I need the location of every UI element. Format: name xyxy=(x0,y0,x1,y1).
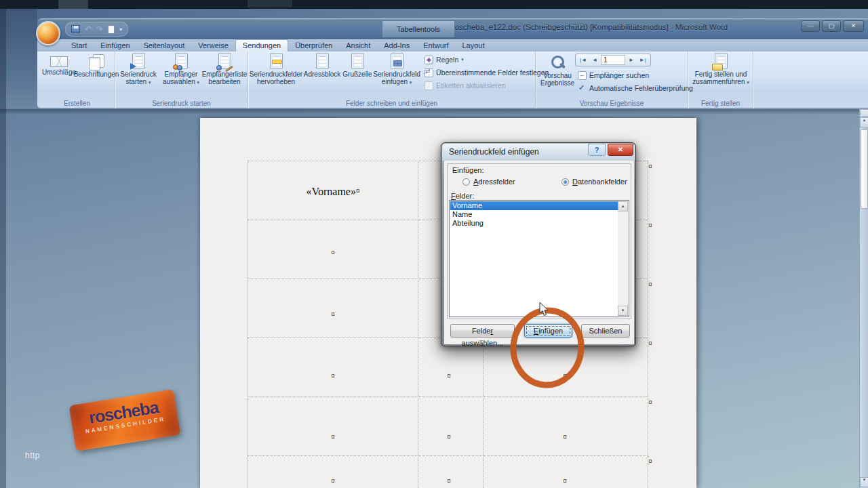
maximize-button[interactable]: ▢ xyxy=(822,20,841,32)
dialog-close-button[interactable]: ✕ xyxy=(608,144,633,156)
empfaengerliste-bearbeiten-button[interactable]: Empfängerliste bearbeiten xyxy=(203,53,245,95)
edit-recipient-list-icon xyxy=(218,53,231,69)
tab-seitenlayout[interactable]: Seitenlayout xyxy=(137,40,192,52)
dropdown-arrow-icon: ▾ xyxy=(461,57,464,62)
row-end-marker: ¤ xyxy=(648,340,652,347)
undo-icon[interactable]: ↶ xyxy=(85,25,92,33)
group-label: Vorschau Ergebnisse xyxy=(536,100,688,107)
table-border xyxy=(248,161,248,488)
dialog-title[interactable]: Seriendruckfeld einfügen xyxy=(442,144,635,161)
qat-dropdown-icon[interactable]: ▾ xyxy=(119,26,122,33)
group-felder-schreiben: Seriendruckfelder hervorheben Adressbloc… xyxy=(248,52,536,108)
fields-label: Felder: xyxy=(451,192,474,200)
group-fertig-stellen: Fertig stellen und zusammenführen ▾ Fert… xyxy=(688,52,753,108)
seriendruckfelder-hervorheben-button[interactable]: Seriendruckfelder hervorheben xyxy=(250,53,302,95)
dialog-help-button[interactable]: ? xyxy=(588,144,606,156)
list-scroll-up-icon[interactable]: ▲ xyxy=(618,201,628,211)
tab-einfuegen[interactable]: Einfügen xyxy=(94,40,136,52)
cell-marker: ¤ xyxy=(331,249,335,256)
redo-icon[interactable]: ↷ xyxy=(96,25,103,33)
cell-marker: ¤ xyxy=(447,477,451,485)
ruler-toggle-button[interactable] xyxy=(860,109,868,117)
group-vorschau-ergebnisse: Vorschau Ergebnisse |◄ ◄ 1 ► ►| Empfänge… xyxy=(536,52,688,108)
scroll-down-icon[interactable]: ▼ xyxy=(860,477,868,487)
scrollbar-thumb[interactable] xyxy=(861,129,868,209)
roscheba-logo: roscheba NAMENSSCHILDER xyxy=(69,389,181,451)
video-http-overlay: http xyxy=(25,451,40,460)
insert-section-label: Einfügen: xyxy=(452,166,484,174)
tab-verweise[interactable]: Verweise xyxy=(191,40,235,52)
tab-addins[interactable]: Add-Ins xyxy=(377,40,416,52)
row-end-marker: ¤ xyxy=(648,458,652,465)
finish-merge-icon xyxy=(715,53,728,69)
auto-check-errors-icon xyxy=(578,84,587,93)
datenbankfelder-radio[interactable] xyxy=(561,178,569,186)
tab-layout[interactable]: Layout xyxy=(455,40,491,52)
table-border xyxy=(648,161,648,488)
rules-icon xyxy=(425,56,433,64)
umschlaege-button[interactable]: Umschläge xyxy=(41,53,77,95)
beschriftungen-button[interactable]: Beschriftungen xyxy=(78,53,115,95)
tab-start[interactable]: Start xyxy=(64,40,94,52)
list-item-vorname[interactable]: Vorname xyxy=(450,201,619,210)
row-end-marker: ¤ xyxy=(648,399,652,406)
merge-field-text[interactable]: «Vorname»¤ xyxy=(306,186,359,198)
cell-marker: ¤ xyxy=(331,310,335,318)
address-block-icon xyxy=(316,53,329,69)
group-erstellen: Umschläge Beschriftungen Erstellen xyxy=(39,52,115,108)
seriendruckfeld-einfuegen-button[interactable]: Seriendruckfeld einfügen ▾ xyxy=(374,53,419,95)
select-fields-button[interactable]: Felder auswählen... xyxy=(450,324,515,338)
close-button[interactable]: ✕ xyxy=(843,20,864,32)
ribbon-shadow xyxy=(0,109,868,115)
empfaenger-auswaehlen-button[interactable]: Empfänger auswählen ▾ xyxy=(160,53,202,95)
quick-access-toolbar: ↶ ↷ ▾ xyxy=(65,22,128,37)
save-icon[interactable] xyxy=(71,25,80,33)
tab-ansicht[interactable]: Ansicht xyxy=(339,40,377,52)
adressfelder-radio-label[interactable]: Adressfelder xyxy=(473,178,515,186)
list-item-name[interactable]: Name xyxy=(450,210,619,219)
cell-marker: ¤ xyxy=(563,477,567,485)
tab-sendungen[interactable]: Sendungen xyxy=(235,39,288,52)
adressblock-button[interactable]: Adressblock xyxy=(304,53,340,95)
fertig-stellen-button[interactable]: Fertig stellen und zusammenführen ▾ xyxy=(690,53,752,95)
tab-ueberpruefen[interactable]: Überprüfen xyxy=(288,40,339,52)
empfaenger-suchen-button[interactable]: Empfänger suchen xyxy=(578,70,649,81)
vertical-scrollbar[interactable]: ▲ ▼ xyxy=(859,109,868,488)
select-recipients-icon xyxy=(175,53,188,69)
minimize-button[interactable]: — xyxy=(801,20,820,32)
list-item-abteilung[interactable]: Abteilung xyxy=(450,219,619,228)
previous-record-button[interactable]: ◄ xyxy=(590,55,599,65)
dropdown-arrow-icon: ▾ xyxy=(149,80,151,85)
list-scroll-down-icon[interactable]: ▼ xyxy=(618,306,628,316)
row-end-marker: ¤ xyxy=(648,281,652,288)
regeln-button[interactable]: Regeln ▾ xyxy=(425,54,464,65)
first-record-button[interactable]: |◄ xyxy=(578,55,589,65)
fields-list[interactable]: Vorname Name Abteilung ▲ ▼ xyxy=(449,200,629,317)
labels-icon xyxy=(89,54,104,69)
list-scrollbar[interactable]: ▲ ▼ xyxy=(618,201,628,316)
office-button[interactable] xyxy=(36,21,60,45)
last-record-button[interactable]: ►| xyxy=(637,55,648,65)
cell-marker: ¤ xyxy=(447,433,451,441)
window-title: roscheba_e122.doc (Schreibgeschützt) [Ko… xyxy=(420,23,760,31)
adressfelder-radio[interactable] xyxy=(462,178,470,186)
match-fields-icon xyxy=(425,68,433,77)
update-labels-icon xyxy=(425,81,433,90)
seriendruck-starten-button[interactable]: Seriendruck starten ▾ xyxy=(118,53,159,95)
fehlerueberpruefung-button[interactable]: Automatische Fehlerüberprüfung xyxy=(578,83,693,94)
next-record-button[interactable]: ► xyxy=(627,55,636,65)
video-strip-patch xyxy=(248,0,292,7)
table-border xyxy=(248,455,648,456)
document-icon[interactable] xyxy=(108,25,115,34)
scroll-up-icon[interactable]: ▲ xyxy=(860,117,868,127)
close-dialog-button[interactable]: Schließen xyxy=(581,324,630,338)
tab-entwurf[interactable]: Entwurf xyxy=(416,40,455,52)
datenbankfelder-radio-label[interactable]: Datenbankfelder xyxy=(572,178,627,186)
table-border xyxy=(418,161,418,488)
uebereinstimmende-felder-button[interactable]: Übereinstimmende Felder festlegen xyxy=(425,67,549,78)
video-strip-patch xyxy=(58,0,88,9)
grusszeile-button[interactable]: Grußzeile xyxy=(342,53,373,95)
record-number-field[interactable]: 1 xyxy=(601,55,625,65)
ribbon-tab-row: Start Einfügen Seitenlayout Verweise Sen… xyxy=(37,39,868,52)
vorschau-ergebnisse-button[interactable]: Vorschau Ergebnisse xyxy=(538,53,576,95)
